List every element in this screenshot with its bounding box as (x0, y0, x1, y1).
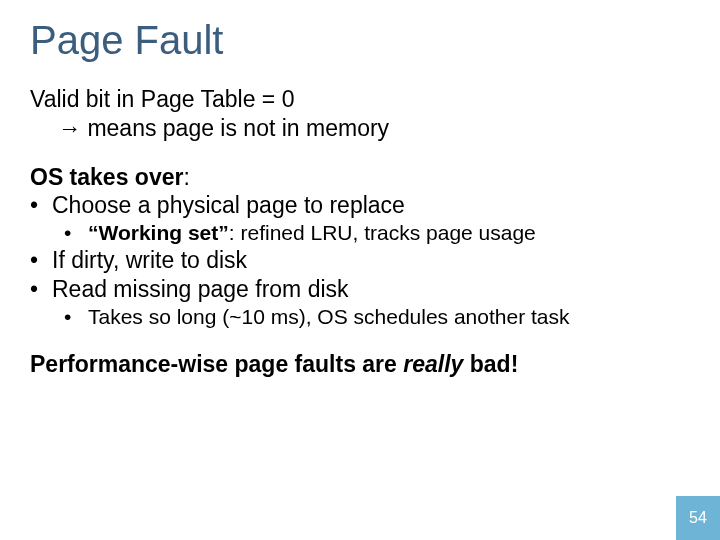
bullet-choose-text: Choose a physical page to replace (52, 191, 405, 220)
valid-bit-block: Valid bit in Page Table = 0 → means page… (30, 85, 690, 143)
slide-title: Page Fault (30, 18, 690, 63)
bullet-read-text: Read missing page from disk (52, 275, 349, 304)
os-takes-over-line: OS takes over: (30, 163, 690, 192)
means-text: means page is not in memory (81, 115, 389, 141)
perf-post: bad! (463, 351, 518, 377)
sub-ws-content: “Working set”: refined LRU, tracks page … (88, 220, 536, 246)
os-takes-over-label: OS takes over (30, 164, 183, 190)
sub-takes-long-text: Takes so long (~10 ms), OS schedules ano… (88, 304, 570, 330)
bullet-dot-icon: • (64, 220, 88, 246)
page-number: 54 (689, 509, 707, 527)
performance-line: Performance-wise page faults are really … (30, 350, 690, 379)
bullet-dirty: • If dirty, write to disk (30, 246, 690, 275)
slide: Page Fault Valid bit in Page Table = 0 →… (0, 0, 720, 540)
os-colon: : (183, 164, 189, 190)
perf-pre: Performance-wise page faults are (30, 351, 403, 377)
bullet-dot-icon: • (30, 246, 52, 275)
bullet-dot-icon: • (30, 191, 52, 220)
means-line: → means page is not in memory (30, 114, 690, 143)
ws-quote-open: “ (88, 221, 99, 244)
sub-bullet-takes-long: • Takes so long (~10 ms), OS schedules a… (30, 304, 690, 330)
arrow-icon: → (58, 115, 81, 141)
ws-rest: : refined LRU, tracks page usage (229, 221, 536, 244)
page-number-badge: 54 (676, 496, 720, 540)
ws-label: Working set (99, 221, 219, 244)
bullet-dirty-text: If dirty, write to disk (52, 246, 247, 275)
ws-quote-close: ” (218, 221, 229, 244)
valid-bit-line: Valid bit in Page Table = 0 (30, 85, 690, 114)
sub-bullet-working-set: • “Working set”: refined LRU, tracks pag… (30, 220, 690, 246)
perf-really: really (403, 351, 463, 377)
os-block: OS takes over: • Choose a physical page … (30, 163, 690, 331)
bullet-dot-icon: • (64, 304, 88, 330)
bullet-choose: • Choose a physical page to replace (30, 191, 690, 220)
bullet-dot-icon: • (30, 275, 52, 304)
bullet-read: • Read missing page from disk (30, 275, 690, 304)
